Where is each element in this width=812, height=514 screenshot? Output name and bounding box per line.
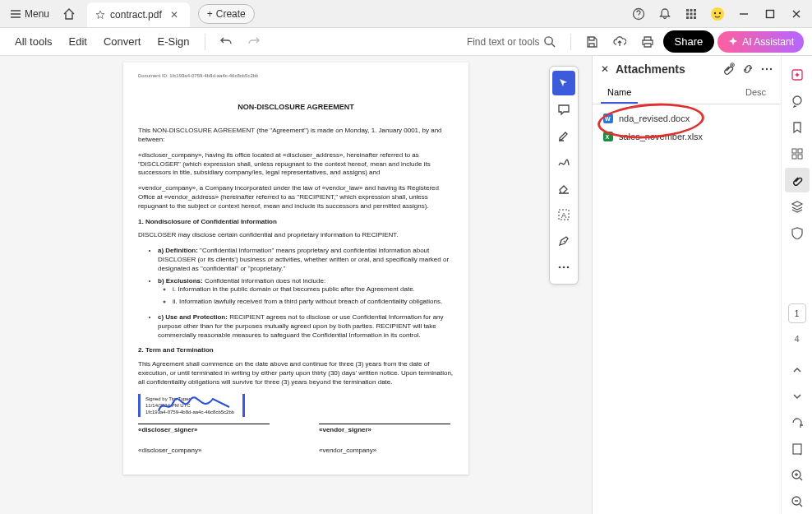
more-tools[interactable] bbox=[552, 255, 575, 280]
thumbnails-icon bbox=[791, 147, 804, 160]
close-icon bbox=[791, 9, 801, 19]
more-icon bbox=[557, 265, 570, 270]
esign-button[interactable]: E-Sign bbox=[150, 32, 196, 51]
fountain-pen-icon bbox=[557, 234, 570, 248]
help-button[interactable] bbox=[626, 2, 651, 25]
erase-tool[interactable] bbox=[552, 176, 575, 201]
link-plus-icon bbox=[741, 63, 754, 76]
document-tab[interactable]: contract.pdf ✕ bbox=[87, 2, 190, 27]
draw-tool[interactable] bbox=[552, 150, 575, 174]
rail-layers-button[interactable] bbox=[785, 194, 810, 219]
menu-button[interactable]: Menu bbox=[3, 5, 56, 23]
rail-bookmark-button[interactable] bbox=[785, 115, 810, 140]
discloser-signer-slot: «discloser_signer» bbox=[138, 424, 270, 435]
svg-rect-32 bbox=[792, 155, 796, 159]
annotation-toolbar: A bbox=[549, 66, 579, 285]
rail-comment-button[interactable] bbox=[785, 89, 810, 113]
separator bbox=[570, 34, 571, 50]
svg-rect-1 bbox=[686, 9, 689, 12]
grid-icon bbox=[685, 8, 697, 20]
tab-title: contract.pdf bbox=[110, 9, 162, 21]
svg-text:W: W bbox=[605, 116, 611, 122]
account-avatar-icon bbox=[710, 7, 725, 21]
tab-name[interactable]: Name bbox=[601, 82, 638, 104]
rail-tags-button[interactable] bbox=[785, 220, 810, 245]
current-page-indicator[interactable]: 1 bbox=[788, 303, 806, 323]
zoom-in-button[interactable] bbox=[785, 463, 810, 488]
undo-button[interactable] bbox=[214, 30, 238, 53]
comment-tool[interactable] bbox=[552, 97, 575, 122]
comment-icon bbox=[557, 103, 570, 116]
rail-ai-button[interactable] bbox=[785, 63, 810, 87]
tab-description[interactable]: Desc bbox=[739, 82, 773, 104]
attachment-item[interactable]: X sales_november.xlsx bbox=[601, 127, 773, 146]
panel-more-button[interactable] bbox=[761, 67, 773, 71]
panel-tabs: Name Desc bbox=[593, 82, 781, 104]
close-window-button[interactable] bbox=[784, 2, 809, 25]
star-icon bbox=[95, 10, 105, 20]
eraser-icon bbox=[557, 182, 570, 195]
svg-point-19 bbox=[567, 266, 570, 269]
chevron-up-icon bbox=[792, 365, 802, 375]
add-attachment-button[interactable] bbox=[722, 63, 735, 76]
all-tools-button[interactable]: All tools bbox=[8, 32, 59, 51]
rotate-button[interactable] bbox=[785, 410, 810, 435]
link-attachment-button[interactable] bbox=[741, 63, 754, 76]
maximize-button[interactable] bbox=[758, 2, 782, 25]
svg-point-29 bbox=[793, 96, 801, 104]
home-icon bbox=[62, 7, 76, 21]
freehand-icon bbox=[557, 155, 570, 169]
svg-point-18 bbox=[563, 266, 565, 269]
document-title: NON-DISCLOSURE AGREEMENT bbox=[138, 102, 454, 112]
highlight-tool[interactable] bbox=[552, 123, 575, 148]
page-display-button[interactable] bbox=[785, 437, 810, 461]
select-tool[interactable] bbox=[552, 71, 575, 95]
doc-paragraph: DISCLOSER may disclose certain confident… bbox=[138, 231, 454, 240]
svg-rect-4 bbox=[686, 12, 689, 15]
account-button[interactable] bbox=[705, 2, 730, 25]
document-viewport[interactable]: Document ID: 1fc193a4-0759-4b8d-aa4c-46c… bbox=[0, 56, 592, 514]
svg-rect-3 bbox=[694, 9, 696, 12]
list-item: i. Information in the public domain or t… bbox=[173, 285, 454, 294]
minimize-button[interactable] bbox=[731, 2, 756, 25]
textbox-tool[interactable]: A bbox=[552, 202, 575, 227]
svg-rect-6 bbox=[694, 12, 696, 15]
speech-icon bbox=[791, 95, 804, 108]
bookmark-icon bbox=[791, 121, 804, 134]
ai-assistant-button[interactable]: AI Assistant bbox=[717, 31, 804, 53]
convert-button[interactable]: Convert bbox=[97, 32, 148, 51]
notifications-button[interactable] bbox=[653, 2, 677, 25]
create-button[interactable]: + Create bbox=[198, 4, 255, 24]
edit-button[interactable]: Edit bbox=[62, 32, 94, 51]
sign-tool[interactable] bbox=[552, 229, 575, 253]
svg-point-10 bbox=[711, 7, 724, 21]
rail-thumbnails-button[interactable] bbox=[785, 141, 810, 166]
share-button[interactable]: Share bbox=[663, 30, 715, 53]
apps-button[interactable] bbox=[679, 2, 704, 25]
maximize-icon bbox=[765, 9, 775, 19]
close-panel-button[interactable]: ✕ bbox=[601, 63, 609, 75]
right-rail: 1 4 bbox=[781, 56, 812, 514]
zoom-out-icon bbox=[791, 495, 804, 508]
company-row: «discloser_company» «vendor_company» bbox=[138, 447, 454, 456]
tab-close-button[interactable]: ✕ bbox=[167, 9, 182, 21]
save-icon bbox=[585, 35, 598, 49]
print-button[interactable] bbox=[635, 30, 660, 53]
attachment-item[interactable]: W nda_revised.docx bbox=[601, 109, 773, 127]
page-down-button[interactable] bbox=[785, 384, 810, 409]
svg-rect-30 bbox=[792, 149, 796, 153]
layers-icon bbox=[791, 200, 804, 213]
attachment-filename: sales_november.xlsx bbox=[619, 132, 703, 141]
sparkle-icon bbox=[727, 36, 739, 48]
save-button[interactable] bbox=[579, 30, 604, 53]
find-tools-button[interactable]: Find text or tools bbox=[460, 32, 562, 51]
cloud-upload-button[interactable] bbox=[607, 30, 632, 53]
attachments-panel: ✕ Attachments Name Desc W nda_revised.do… bbox=[592, 56, 781, 514]
redo-button[interactable] bbox=[242, 30, 266, 53]
page-up-button[interactable] bbox=[785, 358, 810, 382]
zoom-out-button[interactable] bbox=[785, 489, 810, 514]
svg-point-22 bbox=[766, 68, 768, 70]
rail-attachments-button[interactable] bbox=[785, 168, 810, 192]
home-button[interactable] bbox=[56, 4, 82, 24]
svg-rect-2 bbox=[690, 9, 693, 12]
